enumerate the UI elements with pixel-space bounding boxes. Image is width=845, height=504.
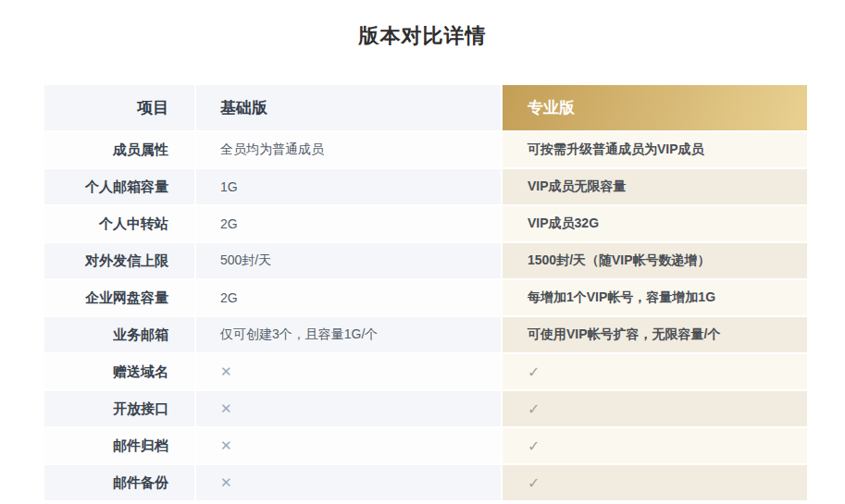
- pro-value-cell: ✓: [503, 391, 807, 426]
- basic-value-cell: ✕: [196, 428, 501, 463]
- row-label-cell: 赠送域名: [44, 354, 194, 389]
- row-label-cell: 成员属性: [44, 132, 194, 167]
- table-header-row: 项目 基础版 专业版: [44, 85, 807, 130]
- row-label-cell: 邮件备份: [44, 465, 194, 500]
- row-label-cell: 个人邮箱容量: [44, 169, 194, 204]
- table-row: 邮件归档 ✕ ✓: [44, 428, 807, 463]
- pro-value-cell: ✓: [503, 428, 807, 463]
- check-icon: ✓: [528, 474, 540, 492]
- pro-value-cell: 可使用VIP帐号扩容，无限容量/个: [503, 317, 807, 352]
- page-title: 版本对比详情: [0, 22, 845, 50]
- pro-value-cell: 1500封/天（随VIP帐号数递增）: [503, 243, 807, 278]
- basic-value-cell: 500封/天: [196, 243, 501, 278]
- column-header-basic: 基础版: [196, 85, 501, 130]
- cross-icon: ✕: [220, 400, 232, 417]
- column-header-item: 项目: [44, 85, 194, 130]
- table-row: 企业网盘容量 2G 每增加1个VIP帐号，容量增加1G: [44, 280, 807, 315]
- pro-value-cell: VIP成员无限容量: [503, 169, 807, 204]
- table-row: 赠送域名 ✕ ✓: [44, 354, 807, 389]
- row-label-cell: 开放接口: [44, 391, 194, 426]
- table-row: 个人中转站 2G VIP成员32G: [44, 206, 807, 241]
- cross-icon: ✕: [220, 437, 232, 454]
- cross-icon: ✕: [220, 363, 232, 380]
- table-row: 开放接口 ✕ ✓: [44, 391, 807, 426]
- pro-value-cell: VIP成员32G: [503, 206, 807, 241]
- basic-value-cell: 2G: [196, 206, 501, 241]
- basic-value-cell: 1G: [196, 169, 501, 204]
- table-row: 邮件备份 ✕ ✓: [44, 465, 807, 500]
- check-icon: ✓: [528, 363, 540, 381]
- basic-value-cell: 仅可创建3个，且容量1G/个: [196, 317, 501, 352]
- pro-value-cell: ✓: [503, 465, 807, 500]
- basic-value-cell: ✕: [196, 391, 501, 426]
- row-label-cell: 个人中转站: [44, 206, 194, 241]
- basic-value-cell: 2G: [196, 280, 501, 315]
- check-icon: ✓: [528, 400, 540, 418]
- table-row: 业务邮箱 仅可创建3个，且容量1G/个 可使用VIP帐号扩容，无限容量/个: [44, 317, 807, 352]
- basic-value-cell: 全员均为普通成员: [196, 132, 501, 167]
- pro-value-cell: ✓: [503, 354, 807, 389]
- table-row: 对外发信上限 500封/天 1500封/天（随VIP帐号数递增）: [44, 243, 807, 278]
- pro-value-cell: 每增加1个VIP帐号，容量增加1G: [503, 280, 807, 315]
- cross-icon: ✕: [220, 474, 232, 491]
- comparison-table: 项目 基础版 专业版 成员属性 全员均为普通成员 可按需升级普通成员为VIP成员…: [44, 85, 807, 500]
- row-label-cell: 对外发信上限: [44, 243, 194, 278]
- basic-value-cell: ✕: [196, 465, 501, 500]
- pro-value-cell: 可按需升级普通成员为VIP成员: [503, 132, 807, 167]
- table-row: 成员属性 全员均为普通成员 可按需升级普通成员为VIP成员: [44, 132, 807, 167]
- table-row: 个人邮箱容量 1G VIP成员无限容量: [44, 169, 807, 204]
- column-header-pro: 专业版: [503, 85, 807, 130]
- check-icon: ✓: [528, 437, 540, 455]
- row-label-cell: 邮件归档: [44, 428, 194, 463]
- basic-value-cell: ✕: [196, 354, 501, 389]
- row-label-cell: 企业网盘容量: [44, 280, 194, 315]
- row-label-cell: 业务邮箱: [44, 317, 194, 352]
